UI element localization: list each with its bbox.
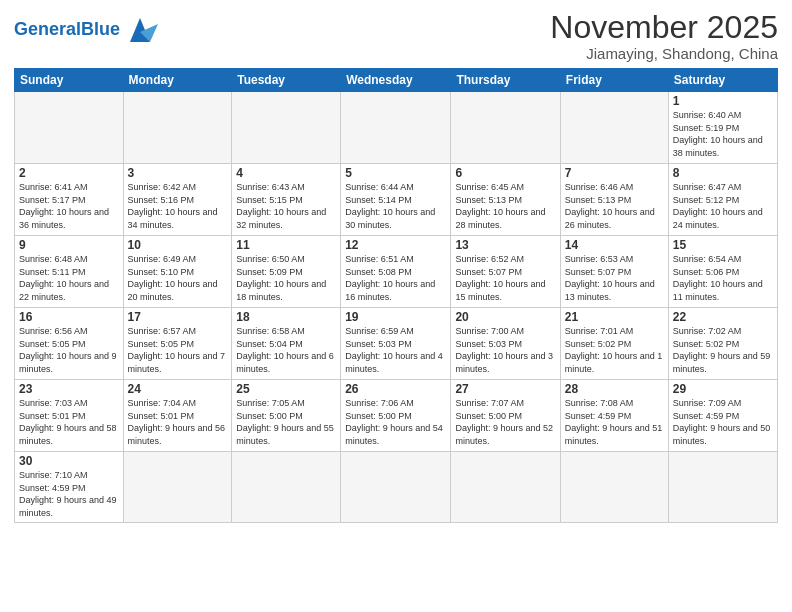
day-number: 5 — [345, 166, 446, 180]
table-row: 26Sunrise: 7:06 AM Sunset: 5:00 PM Dayli… — [341, 380, 451, 452]
page: GeneralBlue November 2025 Jiamaying, Sha… — [0, 0, 792, 612]
day-number: 11 — [236, 238, 336, 252]
day-info: Sunrise: 7:04 AM Sunset: 5:01 PM Dayligh… — [128, 397, 228, 447]
day-info: Sunrise: 7:05 AM Sunset: 5:00 PM Dayligh… — [236, 397, 336, 447]
table-row — [232, 92, 341, 164]
day-number: 6 — [455, 166, 555, 180]
day-info: Sunrise: 7:01 AM Sunset: 5:02 PM Dayligh… — [565, 325, 664, 375]
day-number: 16 — [19, 310, 119, 324]
logo-blue: Blue — [81, 19, 120, 39]
table-row: 21Sunrise: 7:01 AM Sunset: 5:02 PM Dayli… — [560, 308, 668, 380]
day-number: 1 — [673, 94, 773, 108]
table-row: 17Sunrise: 6:57 AM Sunset: 5:05 PM Dayli… — [123, 308, 232, 380]
table-row — [15, 92, 124, 164]
day-number: 4 — [236, 166, 336, 180]
day-info: Sunrise: 6:51 AM Sunset: 5:08 PM Dayligh… — [345, 253, 446, 303]
day-number: 20 — [455, 310, 555, 324]
day-info: Sunrise: 6:50 AM Sunset: 5:09 PM Dayligh… — [236, 253, 336, 303]
table-row: 15Sunrise: 6:54 AM Sunset: 5:06 PM Dayli… — [668, 236, 777, 308]
day-number: 17 — [128, 310, 228, 324]
logo-text: GeneralBlue — [14, 20, 120, 40]
table-row: 19Sunrise: 6:59 AM Sunset: 5:03 PM Dayli… — [341, 308, 451, 380]
month-title: November 2025 — [550, 10, 778, 45]
table-row: 27Sunrise: 7:07 AM Sunset: 5:00 PM Dayli… — [451, 380, 560, 452]
day-info: Sunrise: 6:53 AM Sunset: 5:07 PM Dayligh… — [565, 253, 664, 303]
table-row: 24Sunrise: 7:04 AM Sunset: 5:01 PM Dayli… — [123, 380, 232, 452]
table-row: 4Sunrise: 6:43 AM Sunset: 5:15 PM Daylig… — [232, 164, 341, 236]
col-monday: Monday — [123, 69, 232, 92]
table-row: 2Sunrise: 6:41 AM Sunset: 5:17 PM Daylig… — [15, 164, 124, 236]
day-info: Sunrise: 6:45 AM Sunset: 5:13 PM Dayligh… — [455, 181, 555, 231]
table-row: 3Sunrise: 6:42 AM Sunset: 5:16 PM Daylig… — [123, 164, 232, 236]
table-row: 29Sunrise: 7:09 AM Sunset: 4:59 PM Dayli… — [668, 380, 777, 452]
table-row — [341, 452, 451, 522]
table-row — [560, 452, 668, 522]
table-row: 14Sunrise: 6:53 AM Sunset: 5:07 PM Dayli… — [560, 236, 668, 308]
day-info: Sunrise: 6:43 AM Sunset: 5:15 PM Dayligh… — [236, 181, 336, 231]
table-row: 8Sunrise: 6:47 AM Sunset: 5:12 PM Daylig… — [668, 164, 777, 236]
day-number: 23 — [19, 382, 119, 396]
col-thursday: Thursday — [451, 69, 560, 92]
day-info: Sunrise: 6:57 AM Sunset: 5:05 PM Dayligh… — [128, 325, 228, 375]
table-row: 30Sunrise: 7:10 AM Sunset: 4:59 PM Dayli… — [15, 452, 124, 522]
day-number: 9 — [19, 238, 119, 252]
day-info: Sunrise: 6:42 AM Sunset: 5:16 PM Dayligh… — [128, 181, 228, 231]
day-info: Sunrise: 6:48 AM Sunset: 5:11 PM Dayligh… — [19, 253, 119, 303]
day-number: 26 — [345, 382, 446, 396]
table-row — [341, 92, 451, 164]
day-number: 14 — [565, 238, 664, 252]
logo-general: General — [14, 19, 81, 39]
day-info: Sunrise: 6:44 AM Sunset: 5:14 PM Dayligh… — [345, 181, 446, 231]
day-info: Sunrise: 7:02 AM Sunset: 5:02 PM Dayligh… — [673, 325, 773, 375]
calendar-table: Sunday Monday Tuesday Wednesday Thursday… — [14, 68, 778, 522]
day-number: 24 — [128, 382, 228, 396]
table-row: 7Sunrise: 6:46 AM Sunset: 5:13 PM Daylig… — [560, 164, 668, 236]
table-row — [232, 452, 341, 522]
day-number: 13 — [455, 238, 555, 252]
header: GeneralBlue November 2025 Jiamaying, Sha… — [14, 10, 778, 62]
day-number: 22 — [673, 310, 773, 324]
table-row: 5Sunrise: 6:44 AM Sunset: 5:14 PM Daylig… — [341, 164, 451, 236]
day-info: Sunrise: 6:49 AM Sunset: 5:10 PM Dayligh… — [128, 253, 228, 303]
day-number: 29 — [673, 382, 773, 396]
col-wednesday: Wednesday — [341, 69, 451, 92]
logo-icon — [122, 14, 158, 46]
table-row: 1Sunrise: 6:40 AM Sunset: 5:19 PM Daylig… — [668, 92, 777, 164]
table-row: 16Sunrise: 6:56 AM Sunset: 5:05 PM Dayli… — [15, 308, 124, 380]
table-row: 10Sunrise: 6:49 AM Sunset: 5:10 PM Dayli… — [123, 236, 232, 308]
day-info: Sunrise: 6:52 AM Sunset: 5:07 PM Dayligh… — [455, 253, 555, 303]
table-row: 28Sunrise: 7:08 AM Sunset: 4:59 PM Dayli… — [560, 380, 668, 452]
table-row — [451, 452, 560, 522]
col-saturday: Saturday — [668, 69, 777, 92]
calendar-header-row: Sunday Monday Tuesday Wednesday Thursday… — [15, 69, 778, 92]
table-row: 18Sunrise: 6:58 AM Sunset: 5:04 PM Dayli… — [232, 308, 341, 380]
day-info: Sunrise: 6:46 AM Sunset: 5:13 PM Dayligh… — [565, 181, 664, 231]
day-info: Sunrise: 7:00 AM Sunset: 5:03 PM Dayligh… — [455, 325, 555, 375]
table-row — [123, 92, 232, 164]
table-row: 20Sunrise: 7:00 AM Sunset: 5:03 PM Dayli… — [451, 308, 560, 380]
table-row — [668, 452, 777, 522]
day-number: 21 — [565, 310, 664, 324]
day-info: Sunrise: 7:03 AM Sunset: 5:01 PM Dayligh… — [19, 397, 119, 447]
day-number: 28 — [565, 382, 664, 396]
day-number: 18 — [236, 310, 336, 324]
day-info: Sunrise: 7:08 AM Sunset: 4:59 PM Dayligh… — [565, 397, 664, 447]
day-info: Sunrise: 6:54 AM Sunset: 5:06 PM Dayligh… — [673, 253, 773, 303]
table-row: 12Sunrise: 6:51 AM Sunset: 5:08 PM Dayli… — [341, 236, 451, 308]
day-number: 27 — [455, 382, 555, 396]
day-info: Sunrise: 7:06 AM Sunset: 5:00 PM Dayligh… — [345, 397, 446, 447]
day-number: 10 — [128, 238, 228, 252]
table-row: 9Sunrise: 6:48 AM Sunset: 5:11 PM Daylig… — [15, 236, 124, 308]
day-number: 7 — [565, 166, 664, 180]
day-info: Sunrise: 7:07 AM Sunset: 5:00 PM Dayligh… — [455, 397, 555, 447]
day-number: 8 — [673, 166, 773, 180]
logo: GeneralBlue — [14, 14, 158, 46]
table-row: 11Sunrise: 6:50 AM Sunset: 5:09 PM Dayli… — [232, 236, 341, 308]
day-info: Sunrise: 6:41 AM Sunset: 5:17 PM Dayligh… — [19, 181, 119, 231]
title-block: November 2025 Jiamaying, Shandong, China — [550, 10, 778, 62]
day-info: Sunrise: 6:56 AM Sunset: 5:05 PM Dayligh… — [19, 325, 119, 375]
day-info: Sunrise: 6:59 AM Sunset: 5:03 PM Dayligh… — [345, 325, 446, 375]
day-number: 15 — [673, 238, 773, 252]
table-row — [123, 452, 232, 522]
day-number: 19 — [345, 310, 446, 324]
